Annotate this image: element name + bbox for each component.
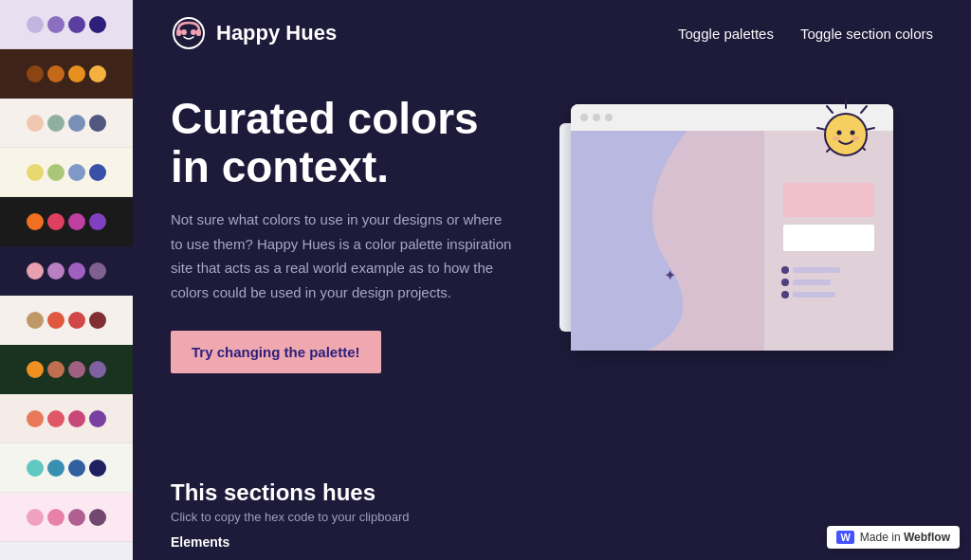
svg-point-15 <box>833 136 840 141</box>
hero-description: Not sure what colors to use in your desi… <box>171 208 512 304</box>
palette-dot <box>68 361 85 378</box>
palette-item[interactable] <box>0 99 133 148</box>
palette-dot <box>68 65 85 82</box>
palette-dot <box>68 262 85 280</box>
palette-dot <box>47 460 64 477</box>
inner-bar <box>793 280 831 285</box>
palette-dots <box>27 460 106 477</box>
palette-dot <box>68 460 85 477</box>
palette-sidebar <box>0 0 133 560</box>
main-content: Happy Hues Toggle palettes Toggle sectio… <box>133 0 971 560</box>
inner-circle <box>781 279 789 286</box>
svg-point-1 <box>181 29 187 35</box>
inner-rect-white <box>783 225 874 251</box>
palette-item[interactable] <box>0 197 133 246</box>
palette-item[interactable] <box>0 0 133 49</box>
palette-item[interactable] <box>0 394 133 443</box>
browser-dot <box>580 114 588 121</box>
hero-text: Curated colors in context. Not sure what… <box>171 95 512 373</box>
palette-dot <box>27 410 44 427</box>
palette-dot <box>27 361 44 378</box>
palette-dot <box>89 16 106 33</box>
palette-dot <box>89 262 106 280</box>
palette-dot <box>47 65 64 82</box>
palette-dot <box>89 164 106 181</box>
palette-item[interactable] <box>0 443 133 493</box>
palette-item[interactable] <box>0 493 133 542</box>
palette-item[interactable] <box>0 148 133 197</box>
palette-dot <box>89 65 106 82</box>
toggle-palettes-link[interactable]: Toggle palettes <box>678 26 774 42</box>
palette-dot <box>27 115 44 132</box>
palette-dots <box>27 312 106 329</box>
palette-dot <box>68 164 85 181</box>
palette-dots <box>27 65 106 82</box>
webflow-w-icon: W <box>836 531 853 544</box>
cta-button[interactable]: Try changing the palette! <box>171 331 381 373</box>
palette-dot <box>89 509 106 526</box>
palette-dot <box>89 410 106 427</box>
palette-dot <box>89 115 106 132</box>
palette-dot <box>27 460 44 477</box>
palette-dot <box>27 509 44 526</box>
crosshair-icon: ✦ <box>664 266 676 284</box>
svg-point-13 <box>837 131 842 135</box>
logo-area: Happy Hues <box>171 15 337 51</box>
browser-dot <box>593 114 600 121</box>
palette-dots <box>27 361 106 378</box>
section-hues-title: This sections hues <box>171 479 933 506</box>
hero-heading: Curated colors in context. <box>171 95 512 190</box>
browser-mockup-wrapper: ✦ <box>571 95 893 351</box>
palette-dot <box>47 164 64 181</box>
browser-dot <box>605 114 613 121</box>
svg-point-2 <box>191 29 196 35</box>
palette-dot <box>27 213 44 230</box>
inner-line <box>781 279 840 286</box>
palette-dot <box>47 312 64 329</box>
palette-dot <box>68 213 85 230</box>
elements-label: Elements <box>171 534 229 550</box>
palette-dot <box>89 213 106 230</box>
inner-bar <box>793 292 835 298</box>
sun-character-icon <box>808 95 884 171</box>
palette-item-active[interactable] <box>0 246 133 296</box>
palette-dot <box>47 16 64 33</box>
inner-lines <box>781 266 840 298</box>
palette-dot <box>68 410 85 427</box>
inner-rect-pink <box>783 183 874 217</box>
hero-illustration: ✦ <box>531 95 933 379</box>
palette-dots <box>27 115 106 132</box>
hero-section: Curated colors in context. Not sure what… <box>133 66 971 461</box>
inner-line <box>781 266 840 274</box>
inner-circle <box>781 266 789 274</box>
palette-dot <box>27 164 44 181</box>
inner-line <box>781 291 840 298</box>
palette-dot <box>27 16 44 33</box>
inner-bar <box>793 267 840 273</box>
palette-dot <box>47 361 64 378</box>
webflow-badge[interactable]: W Made in Webflow <box>827 526 960 549</box>
palette-dot <box>68 115 85 132</box>
palette-item[interactable] <box>0 296 133 345</box>
palette-dot <box>47 262 64 280</box>
svg-point-16 <box>852 136 859 141</box>
palette-dot <box>68 312 85 329</box>
app-title: Happy Hues <box>216 21 337 45</box>
palette-dot <box>68 509 85 526</box>
svg-rect-4 <box>196 29 201 36</box>
svg-rect-3 <box>176 29 181 36</box>
logo-icon <box>171 15 207 51</box>
palette-dots <box>27 213 106 230</box>
palette-dots <box>27 164 106 181</box>
palette-item[interactable] <box>0 345 133 394</box>
palette-dot <box>89 460 106 477</box>
webflow-badge-text: Made in Webflow <box>860 531 950 544</box>
palette-dot <box>89 312 106 329</box>
inner-left-panel: ✦ <box>571 131 764 351</box>
palette-item[interactable] <box>0 49 133 99</box>
palette-dot <box>68 16 85 33</box>
toggle-section-colors-link[interactable]: Toggle section colors <box>800 26 933 42</box>
svg-line-9 <box>827 106 833 113</box>
svg-line-6 <box>861 106 867 113</box>
svg-point-14 <box>851 131 855 135</box>
